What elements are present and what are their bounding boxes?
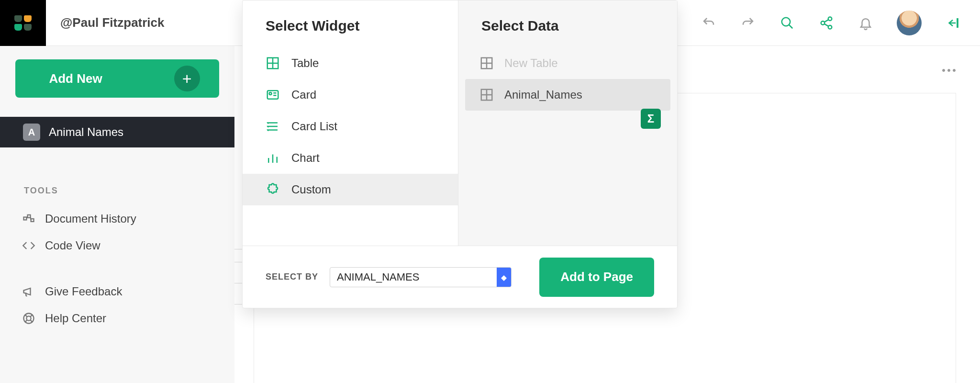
nav-badge: A (23, 124, 40, 141)
breadcrumb[interactable]: @Paul Fitzpatrick (60, 15, 165, 30)
svg-rect-26 (267, 90, 278, 99)
help-icon (22, 312, 35, 325)
widget-type-column: Select Widget Table Card Card List Chart… (243, 0, 458, 246)
svg-line-18 (25, 320, 27, 323)
share-icon[interactable] (818, 15, 835, 31)
svg-line-13 (31, 217, 31, 220)
widget-option-chart[interactable]: Chart (243, 142, 458, 174)
table-icon (266, 56, 280, 70)
select-data-title: Select Data (458, 18, 677, 47)
widget-picker-dialog: Select Widget Table Card Card List Chart… (242, 0, 678, 308)
nav-item-animal-names[interactable]: A Animal Names (0, 117, 234, 147)
tools-header: TOOLS (24, 186, 234, 196)
popup-footer: SELECT BY ANIMAL_NAMES Add to Page (243, 246, 677, 308)
svg-line-17 (31, 315, 33, 317)
puzzle-icon (266, 182, 280, 197)
data-option-animal-names[interactable]: Animal_Names (465, 79, 670, 111)
add-new-label: Add New (49, 71, 102, 86)
tool-give-feedback[interactable]: Give Feedback (0, 278, 234, 305)
card-icon (266, 88, 280, 102)
dropdown-caret-icon (497, 268, 511, 287)
svg-line-5 (824, 20, 829, 22)
summary-sigma-button[interactable]: Σ (641, 109, 661, 129)
widget-option-table[interactable]: Table (243, 47, 458, 79)
select-widget-title: Select Widget (243, 18, 458, 47)
table-icon (479, 88, 494, 102)
select-by-dropdown[interactable]: ANIMAL_NAMES (330, 267, 512, 287)
undo-icon[interactable] (701, 15, 717, 31)
svg-point-0 (782, 17, 791, 26)
svg-point-21 (948, 69, 950, 72)
svg-point-27 (269, 92, 272, 95)
add-to-page-button[interactable]: Add to Page (539, 258, 654, 297)
section-menu-icon[interactable] (942, 66, 956, 75)
svg-point-20 (943, 69, 945, 72)
svg-point-15 (26, 316, 31, 320)
svg-point-3 (821, 21, 825, 25)
history-icon (22, 212, 35, 225)
svg-point-22 (953, 69, 956, 72)
svg-line-1 (789, 24, 793, 28)
table-icon (479, 56, 494, 70)
tool-code-view[interactable]: Code View (0, 232, 234, 259)
left-panel: Add New + A Animal Names TOOLS Document … (0, 46, 234, 383)
add-new-button[interactable]: Add New + (15, 59, 219, 98)
data-source-column: Select Data New Table Animal_Names Σ (458, 0, 677, 246)
svg-line-16 (25, 315, 27, 317)
svg-rect-9 (24, 217, 27, 220)
widget-option-card-list[interactable]: Card List (243, 111, 458, 142)
widget-option-card[interactable]: Card (243, 79, 458, 111)
select-by-label: SELECT BY (266, 272, 318, 282)
nav-label: Animal Names (49, 125, 123, 139)
svg-line-19 (31, 320, 33, 323)
plus-icon: + (174, 66, 200, 91)
redo-icon[interactable] (740, 15, 756, 31)
search-icon[interactable] (779, 15, 795, 31)
widget-option-custom[interactable]: Custom (243, 174, 458, 205)
svg-line-6 (824, 23, 829, 26)
code-icon (22, 239, 35, 252)
svg-point-2 (828, 17, 832, 21)
tool-document-history[interactable]: Document History (0, 205, 234, 232)
svg-point-4 (828, 25, 832, 29)
chart-icon (266, 151, 280, 165)
avatar[interactable] (897, 11, 922, 35)
megaphone-icon (22, 285, 35, 298)
card-list-icon (266, 119, 280, 134)
data-option-new-table: New Table (465, 47, 670, 79)
collapse-panel-icon[interactable] (945, 15, 961, 31)
tool-help-center[interactable]: Help Center (0, 305, 234, 332)
bell-icon[interactable] (858, 15, 874, 31)
app-logo[interactable] (0, 0, 46, 46)
